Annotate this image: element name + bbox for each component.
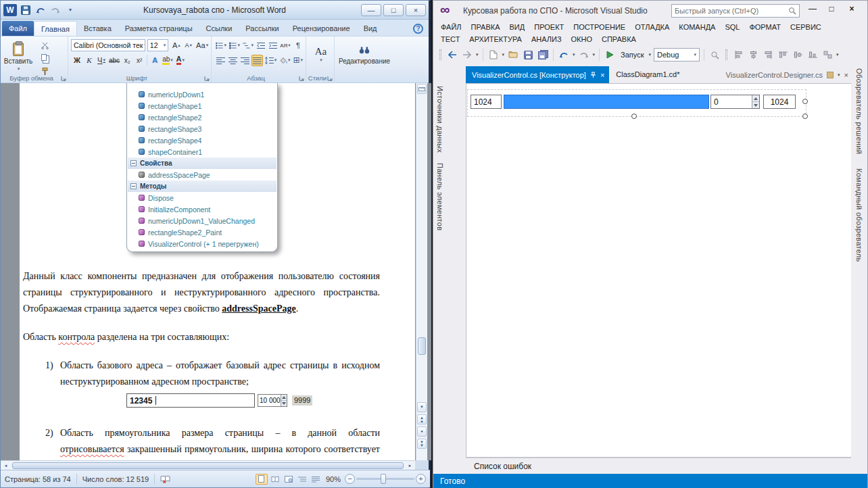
navigate-forward-icon[interactable] (461, 48, 473, 62)
superscript-button[interactable]: x² (134, 55, 145, 66)
next-page-icon[interactable]: ▼▼ (417, 439, 427, 449)
zoom-level[interactable]: 90% (326, 475, 341, 483)
spin-up-icon[interactable] (752, 95, 759, 102)
undo-dropdown-icon[interactable]: ▾ (573, 52, 575, 57)
copy-button[interactable] (39, 53, 51, 64)
menu-build[interactable]: ПОСТРОЕНИЕ (569, 22, 630, 32)
panel-tab-toolbox[interactable]: Панель элементов (436, 163, 444, 230)
vertical-scrollbar[interactable]: ▼ ▲▲ ● ▼▼ (416, 83, 427, 460)
multilevel-list-button[interactable]: ▾ (242, 40, 254, 51)
menu-project[interactable]: ПРОЕКТ (529, 22, 569, 32)
resize-handle-corner[interactable] (802, 114, 808, 119)
designer-page-rectangle[interactable] (504, 95, 709, 109)
close-button[interactable]: × (406, 4, 426, 16)
preview-tab-icon[interactable] (827, 72, 834, 78)
paragraph-dialog-launcher[interactable] (298, 75, 305, 82)
decrease-indent-button[interactable] (256, 40, 266, 51)
quick-launch-box[interactable] (671, 4, 800, 18)
change-case-button[interactable]: Аа▾ (195, 40, 209, 51)
text-effects-button[interactable]: А (149, 55, 160, 66)
align-center-button[interactable] (227, 55, 238, 66)
document-page[interactable]: numericUpDown1 rectangleShape1 rectangle… (20, 83, 415, 460)
error-list-panel[interactable]: Список ошибок (466, 458, 851, 474)
spell-check-icon[interactable] (160, 475, 170, 483)
menu-debug[interactable]: ОТЛАДКА (630, 22, 674, 32)
align-centers-icon[interactable] (747, 48, 759, 62)
designer-numeric-updown[interactable]: 0 (710, 95, 760, 109)
designer-address-textbox[interactable]: 1024 (471, 95, 502, 109)
menu-analyze[interactable]: АНАЛИЗ (527, 34, 566, 45)
spin-down-icon[interactable] (752, 102, 759, 108)
tab-view[interactable]: Вид (357, 21, 384, 36)
menu-team[interactable]: КОМАНДА (674, 22, 720, 32)
new-file-icon[interactable] (487, 48, 500, 62)
highlight-color-button[interactable]: ab▾ (162, 55, 174, 66)
help-icon[interactable]: ? (413, 24, 423, 34)
toolbar-grip[interactable] (439, 49, 441, 60)
scrollbar-thumb[interactable] (418, 337, 426, 355)
bold-button[interactable]: Ж (72, 55, 82, 66)
tab-home[interactable]: Главная (34, 21, 77, 36)
restore-button[interactable]: □ (383, 4, 404, 16)
panel-tab-solution-explorer[interactable]: Обозреватель решений (855, 68, 863, 154)
shading-button[interactable]: ▾ (279, 55, 291, 66)
view-fullscreen-button[interactable] (269, 474, 281, 485)
tab-classdiagram[interactable]: ClassDiagram1.cd* (609, 66, 686, 83)
tab-visualizercontrol-designer-view[interactable]: VisualizerControl.cs [Конструктор] × (466, 66, 609, 83)
redo-icon[interactable] (49, 4, 62, 16)
zoom-in-icon[interactable]: + (416, 474, 426, 484)
justify-button[interactable] (251, 55, 263, 66)
word-app-icon[interactable]: W (3, 4, 17, 16)
grow-font-button[interactable]: А▲ (171, 40, 182, 51)
ruler-toggle-button[interactable] (417, 84, 427, 94)
menu-help[interactable]: СПРАВКА (597, 34, 641, 45)
align-left-button[interactable] (215, 55, 226, 66)
panel-tab-team-explorer[interactable]: Командный обозреватель (855, 168, 863, 262)
view-draft-button[interactable] (310, 474, 322, 485)
quick-launch-input[interactable] (675, 7, 788, 15)
previous-page-icon[interactable]: ▲▲ (417, 414, 427, 424)
bullets-button[interactable]: ▾ (215, 40, 227, 51)
menu-window[interactable]: ОКНО (566, 34, 597, 45)
designer-size-textbox[interactable]: 1024 (763, 95, 796, 109)
find-icon[interactable] (708, 48, 721, 62)
font-color-button[interactable]: А▾ (175, 55, 186, 66)
new-file-dropdown-icon[interactable]: ▾ (502, 52, 505, 57)
pin-icon[interactable] (590, 72, 596, 78)
sort-button[interactable]: АЯ▼ (280, 40, 291, 51)
close-button[interactable]: × (843, 2, 861, 16)
undo-icon[interactable] (34, 4, 47, 16)
align-lefts-icon[interactable] (732, 48, 744, 62)
clipboard-dialog-launcher[interactable] (60, 75, 67, 82)
menu-tools[interactable]: СЕРВИС (786, 22, 826, 32)
menu-format[interactable]: ФОРМАТ (744, 22, 786, 32)
shrink-font-button[interactable]: А▼ (183, 40, 194, 51)
resize-handle-right[interactable] (802, 99, 808, 104)
tab-file[interactable]: Файл (2, 21, 34, 36)
styles-dialog-launcher[interactable] (327, 75, 333, 82)
maximize-button[interactable]: □ (823, 2, 840, 16)
tab-list-dropdown-icon[interactable]: ▾ (838, 72, 840, 78)
borders-button[interactable]: ⊞▾ (293, 55, 304, 66)
scrollbar-thumb[interactable] (12, 462, 404, 469)
select-browse-object-icon[interactable]: ● (417, 426, 427, 437)
make-same-size-icon[interactable] (821, 48, 834, 62)
menu-architecture[interactable]: АРХИТЕКТУРА (464, 34, 527, 45)
underline-button[interactable]: Ч▾ (96, 55, 107, 66)
menu-view[interactable]: ВИД (505, 22, 530, 32)
numbering-button[interactable]: ▾ (228, 40, 241, 51)
scroll-left-icon[interactable]: ◄ (1, 462, 11, 470)
cut-button[interactable] (39, 41, 51, 51)
undo-icon[interactable] (558, 48, 570, 62)
menu-test[interactable]: ТЕСТ (436, 34, 464, 45)
font-dialog-launcher[interactable] (203, 75, 210, 82)
close-tab-icon[interactable]: × (844, 71, 848, 79)
save-all-icon[interactable] (537, 48, 549, 62)
editing-button[interactable]: Редактирование (337, 39, 391, 72)
subscript-button[interactable]: x₂ (122, 55, 132, 66)
increase-indent-button[interactable] (268, 40, 279, 51)
paste-button[interactable]: Вставить ▾ (5, 39, 32, 74)
align-middles-icon[interactable] (792, 48, 804, 62)
scroll-down-icon[interactable]: ▼ (417, 402, 427, 412)
panel-tab-data-sources[interactable]: Источники данных (436, 86, 444, 153)
